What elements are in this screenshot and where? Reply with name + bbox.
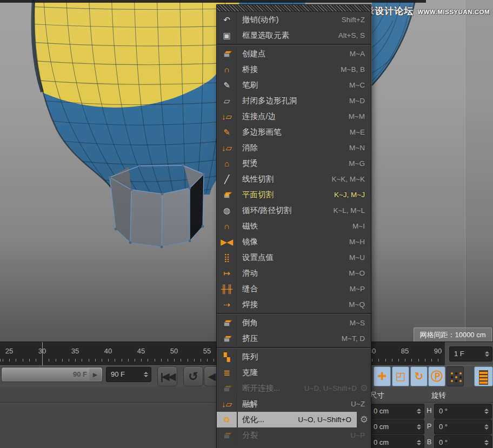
- extrude-icon: [217, 331, 237, 346]
- menu-item[interactable]: ✎多边形画笔M~E: [217, 124, 371, 140]
- menu-item[interactable]: ♻优化...U~O, U~Shift+O⚙: [217, 412, 371, 427]
- menu-item[interactable]: 分裂U~P: [217, 427, 371, 443]
- menu-item[interactable]: 倒角M~S: [217, 315, 371, 331]
- timeline-range-slider[interactable]: 90 F ▶: [1, 367, 103, 382]
- gear-icon[interactable]: ⚙: [360, 412, 368, 427]
- snap-settings-button[interactable]: [447, 366, 464, 386]
- menu-item[interactable]: ▚阵列: [217, 349, 371, 365]
- play-loop-button[interactable]: ↺: [183, 366, 203, 386]
- size-header: 尺寸: [370, 391, 384, 400]
- scale-tool-button[interactable]: ◰: [392, 366, 409, 386]
- menu-item[interactable]: ≣克隆: [217, 365, 371, 380]
- angle-value: 0 °: [439, 420, 448, 434]
- current-frame-field[interactable]: 90 F: [106, 367, 151, 382]
- frame-tick-label: 35: [69, 347, 81, 355]
- spinner-arrows-icon[interactable]: [484, 347, 490, 361]
- menu-item[interactable]: ↦滑动M~O: [217, 265, 371, 281]
- menu-item-shortcut: M~P: [350, 285, 371, 293]
- go-to-start-button[interactable]: |◀◀: [157, 366, 177, 386]
- spinner-arrows-icon[interactable]: [416, 436, 422, 448]
- menu-item-label: 滑动: [237, 268, 258, 278]
- spinner-arrows-icon[interactable]: [143, 367, 149, 382]
- menu-item[interactable]: ∩磁铁M~I: [217, 218, 371, 234]
- film-strip-icon: [479, 370, 488, 385]
- keyframe-button[interactable]: [474, 366, 493, 386]
- angle-field[interactable]: 0 °: [434, 419, 492, 434]
- menu-item-label: 平面切割: [237, 190, 274, 200]
- current-frame-value: 90 F: [111, 367, 125, 382]
- timeline-playhead[interactable]: [42, 342, 43, 365]
- spinner-arrows-icon[interactable]: [483, 420, 490, 434]
- dots-grid-icon: [451, 372, 453, 375]
- coordinates-tool-button[interactable]: Ⓟ: [428, 366, 445, 386]
- menu-item[interactable]: ▣框显选取元素Alt+S, S: [217, 28, 371, 43]
- axis-label: H: [425, 404, 433, 418]
- menu-item[interactable]: ✎笔刷M~C: [217, 77, 371, 93]
- menu-item[interactable]: ↶撤销(动作)Shift+Z: [217, 12, 371, 28]
- frame-tick-label: 25: [3, 347, 15, 355]
- menu-item[interactable]: ↓▱融解U~Z: [217, 396, 371, 412]
- circled-p-icon: Ⓟ: [431, 370, 443, 383]
- undo-icon: ↶: [217, 12, 237, 28]
- menu-tearoff-handle[interactable]: [217, 5, 371, 12]
- frame-increment-field[interactable]: 1 F: [449, 346, 492, 362]
- angle-field[interactable]: 0 °: [434, 435, 492, 448]
- menu-item-label: 封闭多边形孔洞: [237, 96, 297, 106]
- menu-item-shortcut: M~I: [352, 222, 371, 230]
- spinner-arrows-icon[interactable]: [416, 420, 422, 434]
- plane-cut-icon: [217, 187, 237, 203]
- menu-item[interactable]: ↓▱连接点/边M~M: [217, 109, 371, 124]
- frame-increment-value: 1 F: [454, 347, 464, 361]
- watermark: 思缘设计论坛 WWW.MISSYUAN.COM: [355, 5, 490, 17]
- angle-field[interactable]: 0 °: [434, 404, 492, 419]
- menu-item[interactable]: ▶◀镜像M~H: [217, 234, 371, 250]
- menu-item[interactable]: ╱线性切割K~K, M~K: [217, 171, 371, 187]
- bridge-icon: ∩: [217, 62, 237, 77]
- menu-item-label: 倒角: [237, 318, 258, 328]
- size-value: 0 cm: [374, 420, 389, 434]
- menu-item[interactable]: 断开连接...U~D, U~Shift+D⚙: [217, 380, 371, 396]
- gear-icon[interactable]: ⚙: [360, 380, 368, 396]
- spinner-arrows-icon[interactable]: [483, 404, 490, 418]
- spinner-arrows-icon[interactable]: [416, 404, 422, 418]
- menu-item-label: 多边形画笔: [237, 127, 282, 137]
- menu-item[interactable]: 挤压M~T, D: [217, 331, 371, 346]
- range-expand-icon[interactable]: ▶: [89, 369, 101, 380]
- stitch-icon: ╫╫: [217, 281, 237, 297]
- move-tool-button[interactable]: ✚: [374, 366, 391, 386]
- spinner-arrows-icon[interactable]: [483, 436, 490, 448]
- menu-item[interactable]: ▱封闭多边形孔洞M~D: [217, 93, 371, 109]
- menu-item-label: 挤压: [237, 333, 258, 344]
- menu-item[interactable]: ╫╫缝合M~P: [217, 281, 371, 297]
- menu-item[interactable]: ⇢焊接M~Q: [217, 297, 371, 312]
- watermark-site-url: WWW.MISSYUAN.COM: [417, 9, 490, 15]
- disconnect-icon: [217, 380, 237, 396]
- menu-item-shortcut: Alt+S, S: [338, 31, 371, 39]
- go-to-start-icon: |◀◀: [161, 371, 175, 382]
- menu-item-shortcut: U~Z: [351, 400, 371, 408]
- axis-label: B: [425, 435, 433, 448]
- menu-item[interactable]: ⣿设置点值M~U: [217, 250, 371, 265]
- angle-value: 0 °: [439, 404, 448, 418]
- frame-tick-label: 90: [432, 347, 444, 355]
- menu-item[interactable]: ∩桥接M~B, B: [217, 62, 371, 77]
- viewport-top-edge: [0, 0, 426, 3]
- menu-item-label: 消除: [237, 143, 258, 153]
- axis-label: P: [425, 419, 433, 433]
- weld-icon: ⇢: [217, 297, 237, 312]
- slide-icon: ↦: [217, 265, 237, 281]
- menu-separator: [217, 44, 371, 45]
- menu-item[interactable]: ↓▱消除M~N: [217, 140, 371, 156]
- menu-item[interactable]: 创建点M~A: [217, 46, 371, 62]
- menu-item-shortcut: M~H: [349, 238, 371, 246]
- menu-item[interactable]: ◍循环/路径切割K~L, M~L: [217, 203, 371, 218]
- menu-item[interactable]: ⌂熨烫M~G: [217, 156, 371, 171]
- rotate-tool-button[interactable]: ↻: [410, 366, 428, 386]
- menu-item[interactable]: 平面切割K~J, M~J: [217, 187, 371, 203]
- menu-item-shortcut: M~A: [350, 50, 371, 58]
- modeling-context-menu: ↶撤销(动作)Shift+Z▣框显选取元素Alt+S, S创建点M~A∩桥接M~…: [216, 4, 371, 448]
- angle-value: 0 °: [439, 436, 448, 448]
- bevel-icon: [217, 315, 237, 331]
- menu-item-label: 优化...: [237, 414, 264, 425]
- menu-item-shortcut: M~U: [349, 253, 371, 262]
